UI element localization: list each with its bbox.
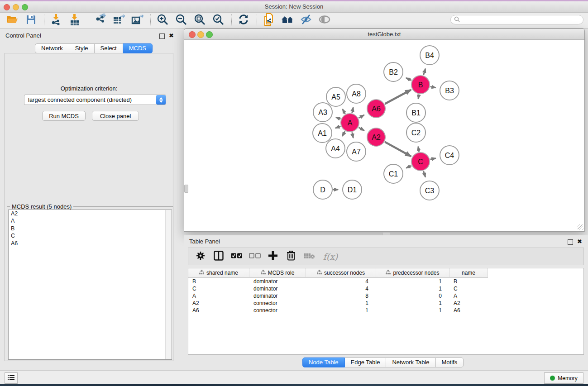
graph-node-B4[interactable]: B4 (420, 46, 439, 65)
graph-edge-A-A6[interactable] (359, 115, 364, 118)
select-all-button[interactable] (230, 250, 244, 263)
table-cell[interactable]: A2 (449, 300, 488, 307)
graph-node-D[interactable]: D (313, 180, 332, 199)
graph-node-A4[interactable]: A4 (326, 139, 345, 158)
table-cell[interactable]: C (188, 285, 249, 292)
graph-node-D1[interactable]: D1 (343, 180, 362, 199)
graph-node-B3[interactable]: B3 (440, 81, 459, 100)
window-resize-grip[interactable] (578, 224, 583, 230)
tab-network-table[interactable]: Network Table (386, 357, 435, 367)
table-cell[interactable]: C (449, 285, 488, 292)
open-session-button[interactable] (5, 14, 19, 27)
table-cell[interactable]: 1 (306, 300, 376, 307)
close-panel-button[interactable]: ✖ (169, 32, 174, 39)
table-cell[interactable]: B (188, 278, 249, 285)
export-image-button[interactable] (130, 14, 144, 27)
float-panel-button[interactable] (159, 33, 165, 39)
graph-node-C1[interactable]: C1 (384, 164, 403, 183)
table-cell[interactable]: 1 (306, 307, 376, 314)
criterion-select[interactable]: largest connected component (directed) (24, 95, 166, 105)
table-cell[interactable]: dominator (249, 278, 306, 285)
graph-edge-B-B4[interactable] (423, 69, 425, 75)
delete-columns-button[interactable] (284, 250, 298, 263)
network-window-titlebar[interactable]: testGlobe.txt (184, 29, 584, 40)
tab-style[interactable]: Style (69, 43, 95, 53)
graph-node-B1[interactable]: B1 (406, 103, 425, 122)
node-table[interactable]: shared nameMCDS rolesuccessor nodesprede… (188, 268, 584, 355)
export-table-button[interactable] (112, 14, 125, 27)
graph-node-A7[interactable]: A7 (347, 142, 366, 161)
column-header-predecessor-nodes[interactable]: predecessor nodes (376, 268, 449, 278)
result-list-item[interactable]: A6 (9, 240, 172, 248)
table-row[interactable]: Adominator80A (188, 292, 583, 300)
table-cell[interactable]: 8 (306, 292, 376, 300)
add-column-button[interactable] (266, 250, 280, 263)
search-input[interactable] (462, 16, 583, 24)
tab-motifs[interactable]: Motifs (436, 357, 464, 367)
table-settings-button[interactable] (194, 250, 207, 263)
delete-table-button[interactable] (302, 250, 316, 263)
column-header-shared-name[interactable]: shared name (188, 268, 249, 278)
graph-node-C3[interactable]: C3 (420, 181, 439, 200)
column-header-MCDS-role[interactable]: MCDS role (249, 268, 306, 278)
result-list-item[interactable]: A (9, 218, 172, 225)
table-row[interactable]: Cdominator41C (188, 285, 583, 292)
graph-edge-C-C4[interactable] (430, 158, 435, 160)
function-builder-button[interactable]: f(x) (320, 250, 340, 263)
graph-node-A8[interactable]: A8 (347, 84, 366, 103)
table-cell[interactable]: 1 (376, 300, 449, 307)
table-cell[interactable]: dominator (249, 285, 306, 292)
table-cell[interactable]: B (449, 278, 488, 285)
graph-node-A3[interactable]: A3 (313, 103, 332, 122)
refresh-view-button[interactable] (237, 14, 250, 27)
clone-network-button[interactable] (262, 14, 276, 27)
tab-edge-table[interactable]: Edge Table (345, 357, 387, 367)
zoom-selected-button[interactable] (211, 14, 225, 27)
table-cell[interactable]: 1 (376, 278, 449, 285)
toggle-panel-layout-button[interactable] (212, 250, 225, 263)
result-list-item[interactable]: C (9, 233, 172, 240)
table-cell[interactable]: A2 (188, 300, 249, 307)
mcds-result-list[interactable]: A2ABCA6 (8, 210, 172, 360)
show-hidden-button[interactable] (318, 14, 331, 27)
network-vertical-scrollbar-thumb[interactable] (184, 185, 188, 193)
graph-edge-A-A5[interactable] (343, 109, 345, 114)
column-header-name[interactable]: name (449, 268, 488, 278)
import-network-button[interactable] (49, 14, 63, 27)
graph-edge-C-C2[interactable] (418, 147, 419, 152)
zoom-out-button[interactable] (174, 14, 188, 27)
graph-node-B2[interactable]: B2 (384, 62, 403, 81)
table-cell[interactable]: 4 (306, 278, 376, 285)
export-network-button[interactable] (93, 14, 107, 27)
table-row[interactable]: A6connector11A6 (188, 307, 583, 314)
table-cell[interactable]: 0 (376, 292, 449, 300)
task-history-button[interactable] (5, 372, 18, 384)
graph-edge-A-A7[interactable] (352, 132, 354, 138)
table-cell[interactable]: A6 (188, 307, 249, 314)
table-cell[interactable]: A6 (449, 307, 488, 314)
table-cell[interactable]: connector (249, 307, 306, 314)
close-table-panel-button[interactable]: ✖ (577, 238, 582, 245)
graph-edge-C-C1[interactable] (406, 166, 411, 168)
graph-edge-A-A4[interactable] (342, 131, 345, 136)
result-list-item[interactable]: B (9, 225, 172, 233)
memory-button[interactable]: Memory (544, 372, 583, 384)
column-header-successor-nodes[interactable]: successor nodes (306, 268, 376, 278)
graph-node-A1[interactable]: A1 (313, 124, 332, 143)
deselect-all-button[interactable] (248, 250, 262, 263)
run-mcds-button[interactable]: Run MCDS (42, 111, 86, 121)
table-cell[interactable]: dominator (249, 292, 306, 300)
graph-edge-A-A2[interactable] (359, 128, 364, 131)
graph-node-A5[interactable]: A5 (326, 87, 345, 106)
table-row[interactable]: Bdominator41B (188, 278, 583, 285)
import-table-button[interactable] (68, 14, 81, 27)
tab-network[interactable]: Network (35, 43, 69, 53)
search-field[interactable] (450, 15, 583, 24)
graph-node-B[interactable]: B (411, 76, 430, 94)
zoom-in-button[interactable] (156, 14, 169, 27)
first-neighbors-button[interactable] (281, 14, 294, 27)
result-list-scrollbar[interactable] (165, 210, 172, 359)
graph-edge-A-A1[interactable] (335, 126, 340, 128)
tab-mcds[interactable]: MCDS (123, 43, 153, 53)
graph-node-A6[interactable]: A6 (367, 100, 385, 118)
